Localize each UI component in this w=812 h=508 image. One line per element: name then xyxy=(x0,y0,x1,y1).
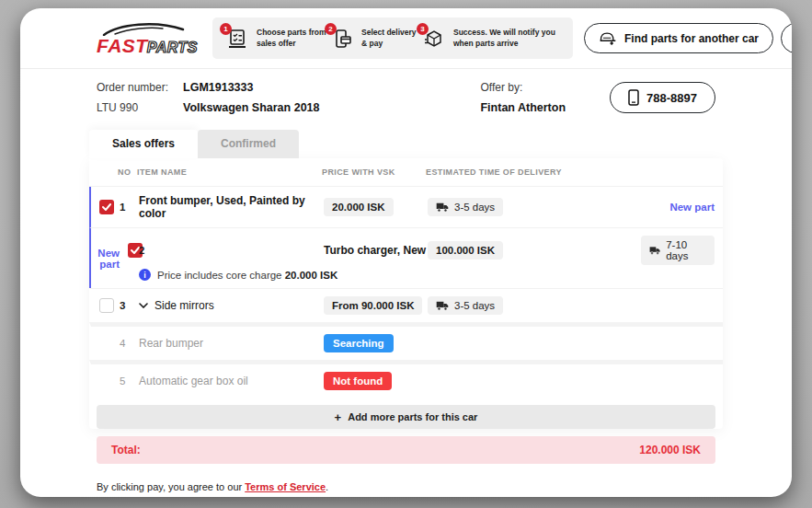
col-delivery: ESTIMATED TIME OF DELIVERY xyxy=(426,167,641,177)
order-info-section: Order number: LGM1913333 LTU 990 Volkswa… xyxy=(97,81,715,114)
terms-prefix: By clicking pay, you agree to our xyxy=(97,481,245,492)
tab-bar: Sales offers Confirmed xyxy=(89,130,715,158)
step-success: 3 Success. We will notify you when parts… xyxy=(422,27,560,51)
item-name: Side mirrors xyxy=(154,299,214,312)
phone-icon xyxy=(628,89,639,106)
item-name: Front bumper, Used, Painted by color xyxy=(139,194,324,220)
logo-text-parts: PARTS xyxy=(147,40,198,55)
table-row: 5 Automatic gear box oil Not found xyxy=(89,360,723,398)
language-selector[interactable]: EN xyxy=(781,23,792,53)
price-badge: 100.000 ISK xyxy=(428,241,503,260)
item-name: Automatic gear box oil xyxy=(139,375,324,387)
offer-by-label: Offer by: xyxy=(480,81,566,94)
col-item-name: ITEM NAME xyxy=(137,167,322,177)
step-number-badge: 3 xyxy=(417,23,429,35)
row-number: 2 xyxy=(139,245,324,256)
total-value: 120.000 ISK xyxy=(639,444,701,456)
offer-by-name: Fintan Atherton xyxy=(480,101,566,114)
delivery-time: 3-5 days xyxy=(454,202,495,213)
order-number-label: Order number: xyxy=(97,81,168,94)
col-no: NO xyxy=(118,167,137,177)
item-name-expandable[interactable]: Side mirrors xyxy=(139,299,324,312)
chevron-down-icon xyxy=(139,303,148,308)
price-note: i Price includes core charge 20.000 ISK xyxy=(139,269,641,281)
table-row: 3 Side mirrors From 90.000 ISK 3-5 days xyxy=(89,288,723,322)
phone-number: 788-8897 xyxy=(646,91,697,105)
table-row: 2 Turbo charger, New 100.000 ISK 7-10 da… xyxy=(89,227,723,288)
item-name: Rear bumper xyxy=(139,337,324,350)
total-row: Total: 120.000 ISK xyxy=(97,436,715,464)
footer-section: By clicking pay, you agree to our Terms … xyxy=(97,481,715,497)
fastparts-logo[interactable]: FASTPARTS xyxy=(97,21,200,55)
table-header: NO ITEM NAME PRICE WITH VSK ESTIMATED TI… xyxy=(89,158,723,187)
car-plus-icon xyxy=(599,31,617,46)
find-parts-button[interactable]: Find parts for another car xyxy=(584,23,773,53)
step-label: Select delivery & pay xyxy=(361,28,422,48)
price-badge: From 90.000 ISK xyxy=(324,296,422,315)
order-details: Order number: LGM1913333 LTU 990 Volkswa… xyxy=(97,81,319,114)
check-icon xyxy=(102,203,111,211)
car-model: Volkswagen Sharan 2018 xyxy=(183,101,319,114)
step-delivery-pay: 2 Select delivery & pay xyxy=(330,27,422,51)
tab-confirmed[interactable]: Confirmed xyxy=(198,130,299,158)
license-plate: LTU 990 xyxy=(97,101,168,114)
row-number: 1 xyxy=(120,202,139,213)
note-value: 20.000 ISK xyxy=(285,270,338,281)
delivery-box-icon: 3 xyxy=(422,27,446,51)
delivery-badge: 3-5 days xyxy=(428,296,503,315)
phone-button[interactable]: 788-8897 xyxy=(610,82,715,113)
table-row: 4 Rear bumper Searching xyxy=(89,322,723,360)
checklist-icon: 1 xyxy=(225,27,249,51)
note-text: Price includes core charge xyxy=(157,270,282,281)
car-swoosh-icon xyxy=(102,21,187,36)
terms-of-service-link[interactable]: Terms of Service xyxy=(245,481,326,492)
row-checkbox-checked[interactable] xyxy=(99,200,114,214)
step-number-badge: 2 xyxy=(325,23,337,35)
status-badge-not-found: Not found xyxy=(324,372,392,390)
terms-suffix: . xyxy=(326,481,328,492)
status-badge-searching: Searching xyxy=(324,334,394,352)
add-more-parts-button[interactable]: + Add more parts for this car xyxy=(97,405,715,429)
offer-by-section: Offer by: Fintan Atherton 788-8897 xyxy=(480,81,715,114)
table-row: 1 Front bumper, Used, Painted by color 2… xyxy=(89,187,723,227)
step-choose-parts: 1 Choose parts from sales offer xyxy=(225,27,330,51)
truck-icon xyxy=(649,245,660,256)
truck-icon xyxy=(436,202,449,213)
step-number-badge: 1 xyxy=(220,23,232,35)
item-name: Turbo charger, New xyxy=(324,244,428,257)
app-window: FASTPARTS 1 Choose parts from sales offe… xyxy=(20,8,792,497)
delivery-time: 3-5 days xyxy=(454,300,495,311)
step-label: Choose parts from sales offer xyxy=(257,28,330,48)
price-badge: 20.000 ISK xyxy=(324,198,394,216)
logo-text-fast: FAST xyxy=(97,35,148,56)
plus-icon: + xyxy=(335,411,342,423)
truck-icon xyxy=(436,300,449,311)
delivery-badge: 7-10 days xyxy=(641,236,715,265)
phone-payment-icon: 2 xyxy=(330,27,354,51)
top-bar: FASTPARTS 1 Choose parts from sales offe… xyxy=(20,8,792,69)
row-number: 5 xyxy=(120,375,139,387)
sales-offer-table: NO ITEM NAME PRICE WITH VSK ESTIMATED TI… xyxy=(89,158,723,429)
tab-sales-offers[interactable]: Sales offers xyxy=(89,130,198,158)
terms-line: By clicking pay, you agree to our Terms … xyxy=(97,481,715,492)
delivery-time: 7-10 days xyxy=(666,239,706,261)
row-number: 4 xyxy=(120,338,139,349)
delivery-badge: 3-5 days xyxy=(428,198,503,216)
order-number-value: LGM1913333 xyxy=(183,81,319,94)
row-number: 3 xyxy=(120,300,139,311)
col-price: PRICE WITH VSK xyxy=(322,167,426,177)
add-more-label: Add more parts for this car xyxy=(348,411,477,422)
progress-steps: 1 Choose parts from sales offer 2 xyxy=(212,17,573,59)
info-icon: i xyxy=(139,269,151,281)
new-part-link[interactable]: New part xyxy=(641,202,715,213)
row-checkbox-unchecked[interactable] xyxy=(99,298,114,313)
find-parts-label: Find parts for another car xyxy=(624,32,759,45)
step-label: Success. We will notify you when parts a… xyxy=(453,28,560,48)
new-part-link[interactable]: New part xyxy=(91,248,120,270)
total-label: Total: xyxy=(111,444,141,456)
